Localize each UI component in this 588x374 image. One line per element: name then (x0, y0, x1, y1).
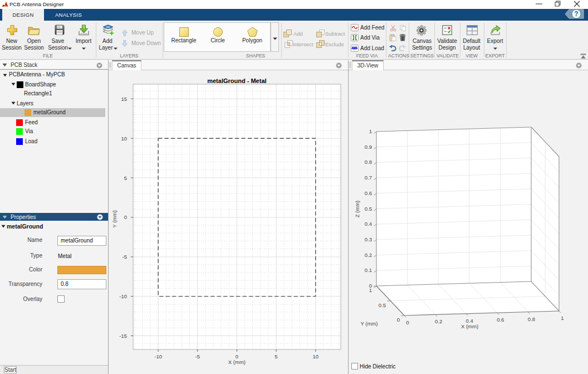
svg-text:0.4: 0.4 (365, 221, 372, 227)
svg-text:0.9: 0.9 (365, 144, 372, 150)
svg-text:0.7: 0.7 (365, 174, 372, 181)
svg-text:0.6: 0.6 (365, 190, 372, 196)
svg-text:0.5: 0.5 (379, 302, 386, 308)
svg-text:5: 5 (124, 175, 127, 181)
svg-text:1: 1 (561, 315, 564, 321)
svg-text:-15: -15 (119, 333, 127, 339)
svg-text:0: 0 (397, 317, 400, 323)
svg-text:0.8: 0.8 (365, 159, 372, 165)
svg-text:metalGround - Metal: metalGround - Metal (207, 77, 266, 84)
svg-text:0.2: 0.2 (435, 318, 442, 324)
svg-text:X (mm): X (mm) (461, 323, 478, 329)
svg-text:10: 10 (312, 353, 318, 360)
svg-text:Z (mm): Z (mm) (354, 201, 360, 218)
svg-text:-5: -5 (122, 254, 127, 260)
svg-text:0.2: 0.2 (365, 252, 372, 258)
svg-text:0: 0 (124, 214, 127, 220)
svg-text:-10: -10 (119, 293, 127, 299)
svg-text:-5: -5 (195, 353, 199, 360)
svg-text:0.8: 0.8 (528, 316, 535, 322)
svg-text:Y (mm): Y (mm) (111, 210, 117, 227)
svg-text:15: 15 (121, 96, 127, 102)
svg-text:1: 1 (369, 128, 372, 134)
svg-text:0.6: 0.6 (497, 317, 504, 323)
svg-text:0: 0 (406, 319, 409, 326)
svg-text:0.1: 0.1 (365, 267, 372, 273)
svg-text:Y (mm): Y (mm) (361, 320, 378, 327)
svg-text:-10: -10 (154, 353, 162, 360)
svg-text:0.3: 0.3 (365, 236, 372, 242)
svg-text:?: ? (574, 10, 578, 18)
svg-text:0.5: 0.5 (365, 206, 372, 212)
svg-text:X (mm): X (mm) (228, 359, 246, 365)
svg-text:5: 5 (275, 353, 277, 360)
svg-text:10: 10 (121, 135, 127, 142)
svg-text:1: 1 (369, 287, 372, 293)
